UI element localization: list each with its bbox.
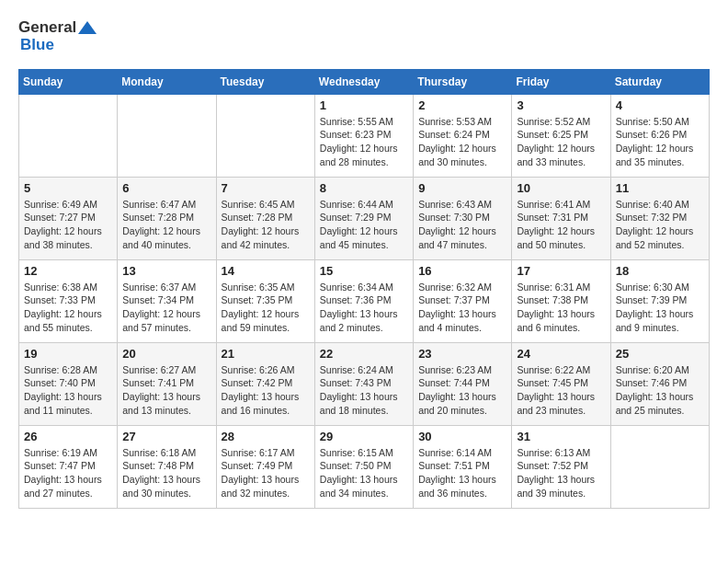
day-number: 10: [517, 181, 605, 195]
day-number: 2: [418, 98, 506, 112]
logo: General Blue: [18, 18, 97, 54]
logo-icon: [78, 18, 97, 37]
day-of-week-header: Monday: [118, 69, 216, 94]
cell-content: Sunrise: 6:34 AMSunset: 7:36 PMDaylight:…: [320, 281, 408, 335]
day-number: 6: [122, 181, 210, 195]
day-of-week-header: Friday: [512, 69, 610, 94]
cell-content: Sunrise: 6:17 AMSunset: 7:49 PMDaylight:…: [222, 446, 310, 500]
day-of-week-header: Thursday: [414, 69, 512, 94]
calendar-cell: 22Sunrise: 6:24 AMSunset: 7:43 PMDayligh…: [314, 342, 413, 425]
calendar-cell: 6Sunrise: 6:47 AMSunset: 7:28 PMDaylight…: [118, 177, 216, 259]
day-number: 16: [418, 264, 506, 278]
svg-marker-0: [78, 21, 97, 34]
cell-content: Sunrise: 5:50 AMSunset: 6:26 PMDaylight:…: [616, 115, 704, 169]
calendar-cell: 29Sunrise: 6:15 AMSunset: 7:50 PMDayligh…: [314, 425, 413, 508]
cell-content: Sunrise: 6:24 AMSunset: 7:43 PMDaylight:…: [320, 363, 408, 418]
cell-content: Sunrise: 6:44 AMSunset: 7:29 PMDaylight:…: [320, 198, 408, 252]
calendar-cell: 21Sunrise: 6:26 AMSunset: 7:42 PMDayligh…: [216, 342, 314, 425]
day-number: 27: [122, 430, 210, 443]
day-of-week-header: Wednesday: [314, 69, 413, 94]
day-number: 5: [24, 181, 112, 195]
calendar-cell: 18Sunrise: 6:30 AMSunset: 7:39 PMDayligh…: [610, 259, 709, 342]
calendar-cell: 9Sunrise: 6:43 AMSunset: 7:30 PMDaylight…: [414, 177, 512, 259]
cell-content: Sunrise: 5:55 AMSunset: 6:23 PMDaylight:…: [320, 115, 408, 169]
logo-general-text: General: [18, 19, 76, 37]
calendar-header: SundayMondayTuesdayWednesdayThursdayFrid…: [19, 69, 710, 94]
cell-content: Sunrise: 6:19 AMSunset: 7:47 PMDaylight:…: [24, 446, 112, 500]
calendar-cell: [118, 94, 216, 177]
day-number: 26: [24, 430, 112, 443]
day-number: 3: [517, 98, 605, 112]
cell-content: Sunrise: 6:15 AMSunset: 7:50 PMDaylight:…: [320, 446, 408, 500]
day-number: 9: [418, 181, 506, 195]
calendar-table: SundayMondayTuesdayWednesdayThursdayFrid…: [18, 69, 710, 509]
cell-content: Sunrise: 6:14 AMSunset: 7:51 PMDaylight:…: [418, 446, 506, 500]
calendar-cell: 1Sunrise: 5:55 AMSunset: 6:23 PMDaylight…: [314, 94, 413, 177]
day-number: 4: [616, 98, 704, 112]
calendar-cell: 2Sunrise: 5:53 AMSunset: 6:24 PMDaylight…: [414, 94, 512, 177]
calendar-cell: 14Sunrise: 6:35 AMSunset: 7:35 PMDayligh…: [216, 259, 314, 342]
day-number: 7: [222, 181, 310, 195]
day-number: 8: [320, 181, 408, 195]
day-of-week-header: Tuesday: [216, 69, 314, 94]
calendar-cell: 15Sunrise: 6:34 AMSunset: 7:36 PMDayligh…: [314, 259, 413, 342]
calendar-week-row: 26Sunrise: 6:19 AMSunset: 7:47 PMDayligh…: [19, 425, 710, 508]
page-header: General Blue: [18, 18, 710, 54]
calendar-cell: 26Sunrise: 6:19 AMSunset: 7:47 PMDayligh…: [19, 425, 118, 508]
cell-content: Sunrise: 5:52 AMSunset: 6:25 PMDaylight:…: [517, 115, 605, 169]
day-number: 25: [616, 347, 704, 361]
calendar-cell: 23Sunrise: 6:23 AMSunset: 7:44 PMDayligh…: [414, 342, 512, 425]
calendar-cell: 30Sunrise: 6:14 AMSunset: 7:51 PMDayligh…: [414, 425, 512, 508]
calendar-body: 1Sunrise: 5:55 AMSunset: 6:23 PMDaylight…: [19, 94, 710, 508]
calendar-week-row: 1Sunrise: 5:55 AMSunset: 6:23 PMDaylight…: [19, 94, 710, 177]
day-number: 11: [616, 181, 704, 195]
calendar-cell: 13Sunrise: 6:37 AMSunset: 7:34 PMDayligh…: [118, 259, 216, 342]
calendar-cell: 28Sunrise: 6:17 AMSunset: 7:49 PMDayligh…: [216, 425, 314, 508]
calendar-week-row: 5Sunrise: 6:49 AMSunset: 7:27 PMDaylight…: [19, 177, 710, 259]
calendar-cell: 20Sunrise: 6:27 AMSunset: 7:41 PMDayligh…: [118, 342, 216, 425]
cell-content: Sunrise: 6:13 AMSunset: 7:52 PMDaylight:…: [517, 446, 605, 500]
cell-content: Sunrise: 6:37 AMSunset: 7:34 PMDaylight:…: [122, 281, 210, 335]
calendar-week-row: 19Sunrise: 6:28 AMSunset: 7:40 PMDayligh…: [19, 342, 710, 425]
calendar-week-row: 12Sunrise: 6:38 AMSunset: 7:33 PMDayligh…: [19, 259, 710, 342]
cell-content: Sunrise: 6:31 AMSunset: 7:38 PMDaylight:…: [517, 281, 605, 335]
cell-content: Sunrise: 6:35 AMSunset: 7:35 PMDaylight:…: [222, 281, 310, 335]
cell-content: Sunrise: 6:27 AMSunset: 7:41 PMDaylight:…: [122, 363, 210, 418]
calendar-cell: 4Sunrise: 5:50 AMSunset: 6:26 PMDaylight…: [610, 94, 709, 177]
calendar-cell: 25Sunrise: 6:20 AMSunset: 7:46 PMDayligh…: [610, 342, 709, 425]
day-number: 19: [24, 347, 112, 361]
cell-content: Sunrise: 6:22 AMSunset: 7:45 PMDaylight:…: [517, 363, 605, 418]
day-of-week-header: Saturday: [610, 69, 709, 94]
day-number: 31: [517, 430, 605, 443]
day-number: 12: [24, 264, 112, 278]
calendar-cell: 12Sunrise: 6:38 AMSunset: 7:33 PMDayligh…: [19, 259, 118, 342]
calendar-cell: [610, 425, 709, 508]
calendar-cell: 17Sunrise: 6:31 AMSunset: 7:38 PMDayligh…: [512, 259, 610, 342]
calendar-cell: 7Sunrise: 6:45 AMSunset: 7:28 PMDaylight…: [216, 177, 314, 259]
cell-content: Sunrise: 6:23 AMSunset: 7:44 PMDaylight:…: [418, 363, 506, 418]
day-number: 17: [517, 264, 605, 278]
day-number: 30: [418, 430, 506, 443]
calendar-cell: 19Sunrise: 6:28 AMSunset: 7:40 PMDayligh…: [19, 342, 118, 425]
cell-content: Sunrise: 6:38 AMSunset: 7:33 PMDaylight:…: [24, 281, 112, 335]
calendar-cell: 8Sunrise: 6:44 AMSunset: 7:29 PMDaylight…: [314, 177, 413, 259]
calendar-cell: 5Sunrise: 6:49 AMSunset: 7:27 PMDaylight…: [19, 177, 118, 259]
cell-content: Sunrise: 6:18 AMSunset: 7:48 PMDaylight:…: [122, 446, 210, 500]
cell-content: Sunrise: 6:28 AMSunset: 7:40 PMDaylight:…: [24, 363, 112, 418]
day-number: 20: [122, 347, 210, 361]
calendar-cell: [19, 94, 118, 177]
cell-content: Sunrise: 6:43 AMSunset: 7:30 PMDaylight:…: [418, 198, 506, 252]
day-number: 15: [320, 264, 408, 278]
day-number: 1: [320, 98, 408, 112]
cell-content: Sunrise: 5:53 AMSunset: 6:24 PMDaylight:…: [418, 115, 506, 169]
cell-content: Sunrise: 6:47 AMSunset: 7:28 PMDaylight:…: [122, 198, 210, 252]
day-number: 13: [122, 264, 210, 278]
calendar-cell: 24Sunrise: 6:22 AMSunset: 7:45 PMDayligh…: [512, 342, 610, 425]
cell-content: Sunrise: 6:41 AMSunset: 7:31 PMDaylight:…: [517, 198, 605, 252]
day-number: 29: [320, 430, 408, 443]
calendar-cell: [216, 94, 314, 177]
day-number: 28: [222, 430, 310, 443]
day-number: 23: [418, 347, 506, 361]
day-number: 22: [320, 347, 408, 361]
calendar-cell: 16Sunrise: 6:32 AMSunset: 7:37 PMDayligh…: [414, 259, 512, 342]
